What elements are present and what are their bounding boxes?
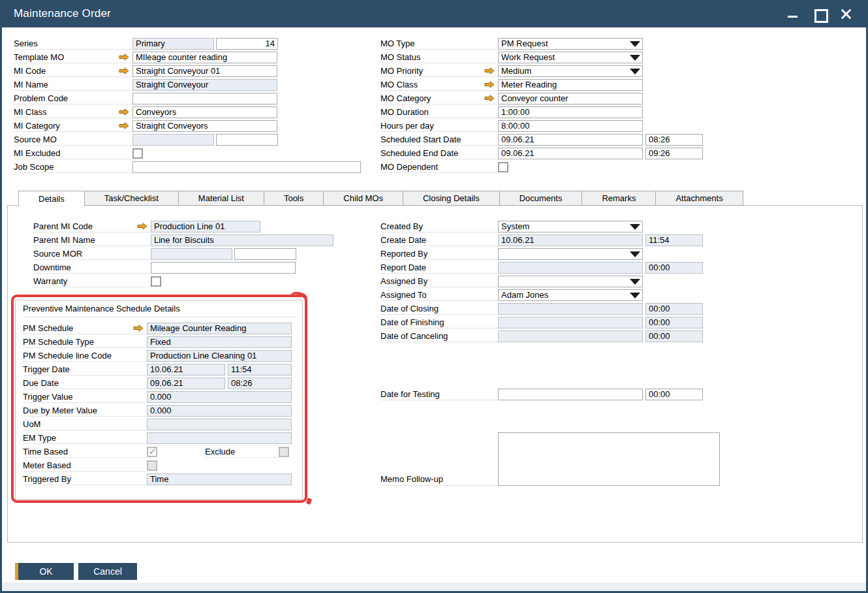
field-label: Series	[14, 39, 38, 48]
link-arrow-icon[interactable]	[133, 325, 144, 332]
form-row: MO Class Meter Reading	[380, 78, 720, 91]
link-arrow-icon[interactable]	[119, 54, 129, 61]
link-arrow-icon[interactable]	[119, 122, 129, 129]
mi-code-field[interactable]: Straight Conveyour 01	[132, 65, 277, 77]
form-row: Assigned By	[380, 274, 720, 288]
close-icon[interactable]	[841, 8, 852, 20]
link-arrow-icon[interactable]	[484, 67, 495, 74]
problem-code-field[interactable]	[132, 93, 277, 104]
reported-by-select[interactable]	[498, 248, 643, 260]
testing-time-field[interactable]: 00:00	[645, 389, 703, 400]
tab-documents[interactable]: Documents	[500, 191, 583, 206]
trigger-date-field: 10.06.21	[147, 364, 225, 376]
mo-category-field[interactable]: Conveyor counter	[498, 93, 643, 104]
assigned-to-select[interactable]: Adam Jones	[498, 289, 643, 301]
scheduled-start-date-field[interactable]: 09.06.21	[498, 134, 643, 146]
created-by-select[interactable]: System	[498, 221, 643, 232]
tab-remarks[interactable]: Remarks	[582, 191, 656, 206]
downtime-field[interactable]	[151, 262, 296, 274]
field-label: Due by Meter Value	[23, 406, 97, 415]
dropdown-arrow-icon[interactable]	[630, 69, 640, 74]
pm-schedule-line-code-field: Production Line Cleaning 01	[147, 350, 292, 362]
form-row: Scheduled Start Date 09.06.21 08:26	[380, 133, 720, 146]
job-scope-field[interactable]	[132, 161, 361, 173]
field-label: Problem Code	[14, 93, 68, 103]
form-row: PM Schedule Type Fixed	[23, 335, 302, 349]
maximize-icon[interactable]	[814, 8, 825, 20]
source-mo-field-2[interactable]	[216, 134, 278, 146]
dropdown-arrow-icon[interactable]	[630, 55, 640, 61]
dropdown-arrow-icon[interactable]	[630, 279, 640, 285]
form-row: Hours per day 8:00:00	[380, 119, 720, 133]
field-label: Report Date	[380, 263, 426, 272]
form-row: Date for Testing 00:00	[380, 387, 720, 401]
field-label: Trigger Value	[23, 392, 73, 402]
hours-per-day-field[interactable]: 8:00:00	[498, 120, 643, 132]
form-row: Time Based Exclude	[23, 445, 302, 458]
uom-field	[147, 419, 292, 430]
link-arrow-icon[interactable]	[484, 95, 495, 102]
form-row: Trigger Value 0.000	[23, 390, 302, 404]
link-arrow-icon[interactable]	[484, 81, 495, 88]
scheduled-end-date-field[interactable]: 09.06.21	[498, 148, 643, 159]
field-label: MO Class	[380, 80, 418, 89]
template-mo-field[interactable]: MIleage counter reading	[132, 52, 277, 63]
mo-type-value: PM Request	[501, 39, 548, 48]
mi-class-field[interactable]: Conveyors	[132, 106, 277, 118]
tab-tools[interactable]: Tools	[264, 191, 324, 206]
form-row: Due Date 09.06.21 08:26	[23, 376, 302, 390]
warranty-checkbox[interactable]	[151, 276, 161, 287]
form-row: MO Category Conveyor counter	[380, 91, 720, 105]
dropdown-arrow-icon[interactable]	[630, 41, 640, 47]
date-for-testing-field[interactable]	[498, 389, 643, 400]
field-label: Scheduled Start Date	[380, 135, 461, 144]
scheduled-start-time-field[interactable]: 08:26	[645, 134, 703, 146]
field-label: MI Code	[14, 66, 46, 76]
mi-category-field[interactable]: Straight Conveyors	[132, 120, 277, 132]
dropdown-arrow-icon[interactable]	[630, 293, 640, 298]
tab-attachments[interactable]: Attachments	[656, 191, 743, 206]
form-row: PM Schedule Mileage Counter Reading	[23, 321, 302, 335]
mo-dependent-checkbox[interactable]	[498, 162, 508, 172]
tab-child-mos[interactable]: Child MOs	[324, 191, 403, 206]
spacer	[380, 401, 720, 432]
due-time-field: 08:26	[228, 377, 292, 389]
field-label: MI Class	[14, 107, 47, 117]
tab-bar: Details Task/Checklist Material List Too…	[18, 191, 743, 206]
link-arrow-icon[interactable]	[119, 67, 129, 74]
mo-duration-field[interactable]: 1:00:00	[498, 106, 643, 118]
dropdown-arrow-icon[interactable]	[630, 251, 640, 257]
field-label: Job Scope	[14, 162, 54, 172]
mi-name-field: Straight Conveyour	[132, 79, 277, 91]
form-row: MI Code Straight Conveyour 01	[14, 64, 366, 78]
mo-class-field[interactable]: Meter Reading	[498, 79, 643, 91]
link-arrow-icon[interactable]	[119, 108, 129, 116]
memo-follow-up-textarea[interactable]	[498, 432, 720, 486]
series-number-field[interactable]: 14	[216, 38, 278, 50]
tab-material-list[interactable]: Material List	[179, 191, 264, 206]
assigned-by-select[interactable]	[498, 276, 643, 287]
pm-schedule-type-field: Fixed	[147, 336, 292, 348]
source-mo-field-1	[132, 134, 214, 146]
field-label: Template MO	[14, 52, 64, 62]
date-of-finishing-field	[498, 317, 643, 329]
ok-button[interactable]: OK	[15, 563, 74, 580]
mo-status-select[interactable]: Work Request	[498, 52, 643, 63]
tab-task-checklist[interactable]: Task/Checklist	[85, 191, 179, 206]
minimize-icon[interactable]	[787, 8, 798, 20]
mo-priority-select[interactable]: Medium	[498, 65, 643, 77]
dropdown-arrow-icon[interactable]	[630, 224, 640, 230]
form-row: Triggered By Time	[23, 472, 302, 486]
mo-type-select[interactable]: PM Request	[498, 38, 643, 50]
field-label: MO Category	[380, 93, 431, 103]
tab-details[interactable]: Details	[18, 191, 85, 206]
scheduled-end-time-field[interactable]: 09:26	[645, 148, 703, 159]
window-titlebar: Maintenance Order	[0, 0, 868, 27]
canceling-time-field: 00:00	[645, 330, 703, 342]
source-mor-field-2[interactable]	[234, 248, 296, 260]
cancel-button[interactable]: Cancel	[78, 563, 137, 580]
field-label: MO Duration	[380, 107, 429, 117]
link-arrow-icon[interactable]	[137, 223, 147, 230]
mi-excluded-checkbox[interactable]	[132, 148, 143, 159]
tab-closing-details[interactable]: Closing Details	[403, 191, 500, 206]
